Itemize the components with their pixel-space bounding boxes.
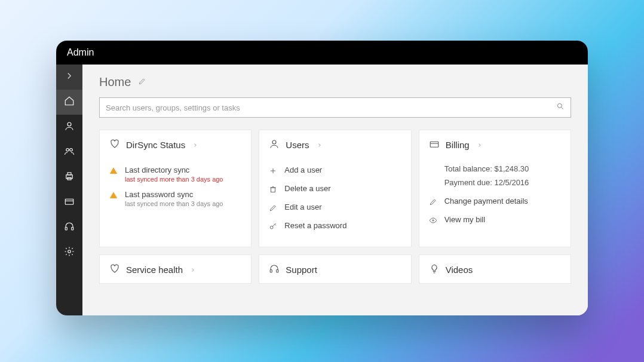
search-box[interactable] — [99, 97, 571, 118]
card-users: Users Add a user — [259, 130, 411, 247]
card-billing-body: Total balance: $1,248.30 Payment due: 12… — [419, 158, 571, 241]
card-support-title: Support — [286, 265, 317, 275]
dashboard-cards: DirSync Status Last directory sync — [99, 130, 571, 284]
page-title: Home — [99, 75, 131, 89]
billing-view-bill[interactable]: View my bill — [429, 211, 561, 230]
card-support-header[interactable]: Support — [259, 255, 410, 283]
title-bar: Admin — [56, 41, 588, 65]
warning-icon — [109, 190, 118, 201]
window-body: Home — [56, 65, 588, 315]
card-service-health: Service health — [99, 254, 252, 284]
dirsync-item-sub: last synced more than 3 days ago — [125, 176, 223, 183]
card-dirsync-body: Last directory sync last synced more tha… — [100, 158, 251, 222]
card-users-body: Add a user Delete a user E — [259, 158, 410, 247]
row-text: Last directory sync last synced more tha… — [125, 165, 223, 183]
headset-icon — [64, 221, 75, 234]
svg-line-12 — [562, 108, 563, 109]
card-billing: Billing Total balance: $1,248.30 Payment… — [419, 130, 571, 247]
dirsync-item-last-password[interactable]: Last password sync last synced more than… — [109, 186, 241, 211]
card-billing-title: Billing — [446, 140, 470, 150]
svg-point-2 — [70, 149, 73, 152]
svg-rect-6 — [65, 199, 73, 204]
lightbulb-icon — [429, 263, 440, 276]
group-icon — [64, 146, 75, 159]
svg-rect-20 — [430, 142, 438, 147]
card-service-health-header[interactable]: Service health — [100, 255, 251, 283]
users-edit-user[interactable]: Edit a user — [269, 199, 401, 217]
title-bar-text: Admin — [67, 47, 94, 58]
sidebar-item-print[interactable] — [56, 165, 82, 190]
dirsync-item-label: Last password sync — [125, 190, 223, 199]
dirsync-item-label: Last directory sync — [125, 165, 223, 174]
printer-icon — [64, 171, 75, 184]
chevron-right-icon — [190, 265, 196, 275]
home-icon — [64, 96, 75, 109]
svg-point-13 — [272, 140, 276, 144]
card-billing-header[interactable]: Billing — [419, 130, 571, 158]
heartbeat-icon — [109, 139, 120, 151]
sidebar — [56, 65, 82, 315]
card-videos: Videos — [419, 254, 571, 284]
pencil-icon — [138, 77, 146, 87]
users-reset-password[interactable]: Reset a password — [269, 217, 401, 236]
svg-rect-16 — [271, 188, 275, 192]
card-icon — [429, 139, 440, 151]
dirsync-item-sub: last synced more than 3 days ago — [125, 200, 223, 207]
users-item-label: Edit a user — [284, 203, 321, 211]
sidebar-item-groups[interactable] — [56, 140, 82, 165]
card-icon — [64, 196, 75, 209]
svg-rect-9 — [72, 228, 73, 231]
trash-icon — [269, 184, 277, 195]
billing-balance: Total balance: $1,248.30 — [429, 162, 561, 176]
headset-icon — [269, 263, 280, 276]
card-dirsync: DirSync Status Last directory sync — [99, 130, 252, 247]
warning-icon — [109, 165, 118, 177]
chevron-right-icon — [192, 140, 198, 150]
users-item-label: Reset a password — [284, 221, 346, 230]
billing-item-label: View my bill — [444, 215, 485, 224]
heartbeat-icon — [109, 263, 120, 276]
card-support: Support — [259, 254, 411, 284]
chevron-right-icon — [64, 70, 75, 84]
dirsync-item-last-directory[interactable]: Last directory sync last synced more tha… — [109, 162, 241, 186]
sidebar-item-settings[interactable] — [56, 240, 82, 265]
svg-point-1 — [66, 149, 69, 152]
row-text: Last password sync last synced more than… — [125, 190, 223, 207]
sidebar-item-users[interactable] — [56, 115, 82, 140]
sidebar-expand-button[interactable] — [56, 65, 82, 90]
key-icon — [269, 221, 277, 232]
chevron-right-icon — [317, 140, 323, 150]
svg-rect-4 — [68, 173, 71, 175]
billing-due: Payment due: 12/5/2016 — [429, 176, 561, 189]
sidebar-item-billing[interactable] — [56, 190, 82, 215]
sidebar-item-support[interactable] — [56, 215, 82, 240]
svg-rect-24 — [277, 270, 278, 273]
card-users-header[interactable]: Users — [259, 130, 410, 158]
chevron-right-icon — [477, 140, 483, 150]
card-dirsync-header[interactable]: DirSync Status — [100, 130, 251, 158]
plus-icon — [269, 165, 277, 177]
user-icon — [269, 139, 280, 151]
page-header: Home — [99, 75, 571, 89]
users-item-label: Add a user — [284, 165, 322, 174]
search-input[interactable] — [106, 103, 556, 112]
pencil-icon — [429, 197, 437, 208]
search-icon — [556, 102, 565, 113]
user-icon — [64, 121, 75, 134]
edit-title-button[interactable] — [138, 77, 146, 88]
svg-rect-8 — [65, 228, 67, 231]
svg-point-11 — [557, 103, 562, 108]
card-users-title: Users — [286, 140, 309, 150]
billing-change-payment[interactable]: Change payment details — [429, 193, 561, 211]
billing-item-label: Change payment details — [444, 197, 528, 205]
svg-point-0 — [68, 122, 71, 126]
main-content: Home — [82, 65, 588, 315]
gear-icon — [64, 246, 75, 259]
admin-window: Admin — [56, 41, 588, 315]
users-add-user[interactable]: Add a user — [269, 162, 401, 180]
users-delete-user[interactable]: Delete a user — [269, 180, 401, 199]
svg-rect-23 — [271, 270, 272, 273]
card-videos-header[interactable]: Videos — [419, 255, 571, 283]
sidebar-item-home[interactable] — [56, 90, 82, 115]
card-videos-title: Videos — [446, 265, 473, 275]
